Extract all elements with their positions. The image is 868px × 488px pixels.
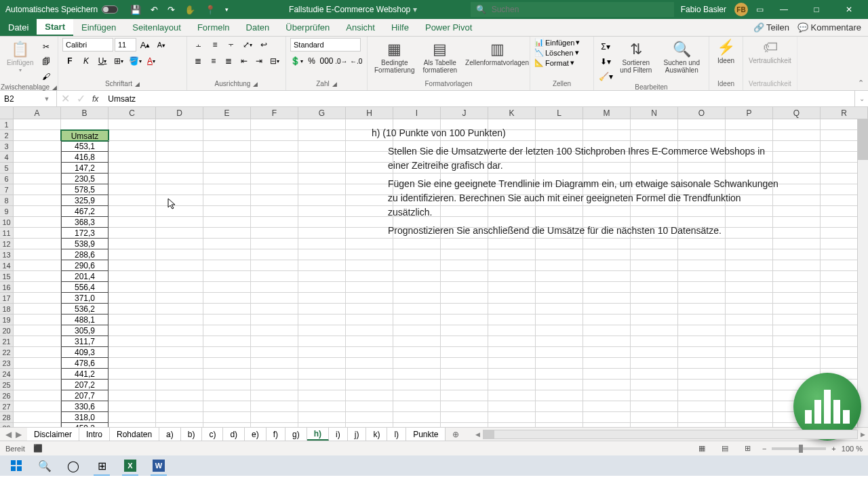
cell[interactable]: [393, 239, 441, 249]
cell[interactable]: [536, 423, 583, 427]
cell[interactable]: [631, 293, 678, 304]
cell[interactable]: 305,9: [61, 325, 108, 336]
cell[interactable]: [14, 239, 61, 249]
sheet-tab[interactable]: Disclaimer: [27, 428, 79, 441]
map-icon[interactable]: 📍: [205, 5, 216, 15]
cell[interactable]: [156, 152, 203, 163]
cell[interactable]: [251, 304, 298, 314]
cell[interactable]: [441, 304, 488, 314]
cell[interactable]: [631, 347, 678, 358]
dialog-launcher-icon[interactable]: ◢: [135, 81, 140, 87]
column-header[interactable]: B: [61, 107, 108, 119]
cell[interactable]: [441, 260, 488, 271]
cell[interactable]: [14, 401, 61, 412]
align-left-icon[interactable]: ≣: [191, 54, 205, 68]
cell[interactable]: [156, 369, 203, 380]
cell[interactable]: [298, 293, 346, 304]
column-header[interactable]: O: [678, 107, 726, 119]
column-header[interactable]: K: [488, 107, 536, 119]
cell[interactable]: [441, 380, 488, 390]
redo-icon[interactable]: ↷: [167, 5, 175, 15]
cell[interactable]: [156, 412, 203, 423]
cell[interactable]: [441, 401, 488, 412]
cell[interactable]: [203, 260, 251, 271]
align-center-icon[interactable]: ≡: [207, 54, 221, 68]
decrease-decimal-icon[interactable]: ←.0: [349, 54, 363, 68]
cell[interactable]: [203, 163, 251, 174]
dialog-launcher-icon[interactable]: ◢: [52, 84, 57, 91]
cell[interactable]: [393, 336, 441, 347]
cell[interactable]: [108, 401, 156, 412]
cell[interactable]: [14, 390, 61, 401]
cell[interactable]: [298, 249, 346, 260]
thousands-icon[interactable]: 000: [319, 54, 333, 68]
cell[interactable]: [346, 260, 393, 271]
row-header[interactable]: 12: [0, 239, 14, 249]
cell[interactable]: 147,2: [61, 163, 108, 174]
cell[interactable]: [298, 336, 346, 347]
cell[interactable]: [203, 401, 251, 412]
cell[interactable]: [393, 304, 441, 314]
cell[interactable]: [536, 239, 583, 249]
cell[interactable]: 467,2: [61, 206, 108, 217]
row-header[interactable]: 20: [0, 325, 14, 336]
cell[interactable]: [726, 304, 773, 314]
cell[interactable]: [346, 423, 393, 427]
cell[interactable]: [108, 228, 156, 239]
cell[interactable]: [14, 163, 61, 174]
cell[interactable]: [298, 217, 346, 228]
cell[interactable]: [631, 314, 678, 325]
cell[interactable]: [536, 380, 583, 390]
close-button[interactable]: ✕: [837, 0, 861, 19]
cell[interactable]: [251, 239, 298, 249]
cell[interactable]: [536, 271, 583, 282]
cell[interactable]: [536, 249, 583, 260]
cell[interactable]: [203, 347, 251, 358]
cell[interactable]: [583, 314, 631, 325]
cell[interactable]: [251, 325, 298, 336]
row-header[interactable]: 8: [0, 195, 14, 206]
cell[interactable]: [488, 401, 536, 412]
cell[interactable]: [203, 271, 251, 282]
cell[interactable]: [488, 239, 536, 249]
fx-icon[interactable]: fx: [92, 94, 98, 104]
sheet-tab[interactable]: c): [202, 428, 223, 441]
cell[interactable]: [108, 380, 156, 390]
cell[interactable]: [14, 336, 61, 347]
cell[interactable]: [536, 412, 583, 423]
cell[interactable]: [583, 423, 631, 427]
cell[interactable]: [726, 369, 773, 380]
cell[interactable]: [14, 347, 61, 358]
row-header[interactable]: 6: [0, 174, 14, 184]
cell[interactable]: [251, 390, 298, 401]
cancel-icon[interactable]: ✕: [61, 92, 70, 105]
cell[interactable]: [14, 293, 61, 304]
cell[interactable]: [678, 239, 726, 249]
cell[interactable]: [631, 239, 678, 249]
wrap-text-icon[interactable]: ↩: [256, 38, 271, 52]
cell[interactable]: [108, 412, 156, 423]
row-header[interactable]: 11: [0, 228, 14, 239]
user-name[interactable]: Fabio Basler: [681, 5, 726, 14]
cell[interactable]: 441,2: [61, 369, 108, 380]
cell[interactable]: [14, 325, 61, 336]
cell[interactable]: [203, 390, 251, 401]
cell[interactable]: [346, 358, 393, 369]
cell[interactable]: [156, 206, 203, 217]
add-sheet-button[interactable]: ⊕: [446, 430, 466, 439]
cell[interactable]: [678, 369, 726, 380]
cell[interactable]: [251, 119, 298, 130]
cell[interactable]: 453,1: [61, 141, 108, 152]
cell[interactable]: [14, 304, 61, 314]
cell[interactable]: [203, 325, 251, 336]
cell[interactable]: [14, 130, 61, 141]
cell[interactable]: [678, 336, 726, 347]
cell[interactable]: [441, 293, 488, 304]
cell[interactable]: [298, 130, 346, 141]
name-box[interactable]: ▼: [0, 91, 57, 106]
cell[interactable]: [726, 423, 773, 427]
row-header[interactable]: 15: [0, 271, 14, 282]
conditional-formatting-button[interactable]: ▦Bedingte Formatierung: [372, 40, 417, 75]
delete-cells-button[interactable]: 📉 Löschen ▾: [534, 48, 589, 57]
cell[interactable]: [61, 119, 108, 130]
